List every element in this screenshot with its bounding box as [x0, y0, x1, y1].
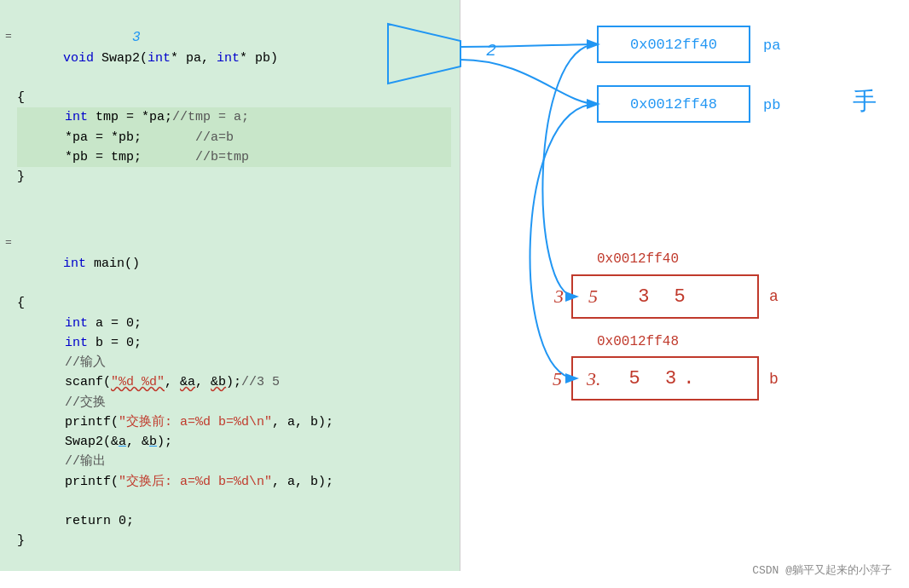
diagram-panel: 0x0012ff40 pa 0x0012ff48 pb 手 0x0012ff40… — [460, 0, 909, 588]
main-open-brace: { — [17, 293, 451, 313]
label-pa: pa — [763, 37, 780, 54]
box-b: 5 3. — [571, 356, 759, 401]
addr-a: 0x0012ff40 — [597, 251, 679, 267]
code-block: = void Swap2(int* pa, int* pb) { int tmp… — [17, 9, 451, 551]
main-line1: int a = 0; — [17, 314, 451, 333]
swap-signature: = void Swap2(int* pa, int* pb) — [17, 9, 451, 88]
main-printf1: printf("交换前: a=%d b=%d\n", a, b); — [17, 412, 451, 432]
swap-line3: *pb = tmp; //b=tmp — [17, 147, 451, 167]
swap-open-brace: { — [17, 88, 451, 107]
addr-b: 0x0012ff48 — [597, 334, 679, 349]
main-signature: = int main() — [17, 214, 451, 293]
main-comment3: //输出 — [17, 452, 451, 471]
label-b: b — [769, 371, 779, 388]
label-a: a — [769, 288, 779, 305]
code-panel: = void Swap2(int* pa, int* pb) { int tmp… — [0, 0, 460, 571]
main-close-brace: } — [17, 531, 451, 551]
watermark: CSDN @躺平又起来的小萍子 — [752, 562, 892, 578]
main-swap2-call: Swap2(&a, &b); — [17, 432, 451, 452]
main-comment2: //交换 — [17, 393, 451, 412]
swap-line2: *pa = *pb; //a=b — [17, 128, 451, 147]
main-comment1: //输入 — [17, 353, 451, 372]
main-scanf: scanf("%d %d", &a, &b);//3 5 — [17, 372, 451, 392]
box-pa: 0x0012ff40 — [597, 26, 750, 63]
box-pb: 0x0012ff48 — [597, 85, 750, 123]
main-printf2: printf("交换后: a=%d b=%d\n", a, b); — [17, 472, 451, 492]
section-divider — [17, 193, 451, 207]
main-line2: int b = 0; — [17, 333, 451, 353]
hand-icon: 手 — [853, 85, 877, 118]
main-blank — [17, 492, 451, 511]
main-return: return 0; — [17, 511, 451, 531]
swap-line1: int tmp = *pa;//tmp = a; — [17, 107, 451, 127]
swap-close-brace: } — [17, 167, 451, 187]
box-a: 3 5 — [571, 274, 759, 319]
label-pb: pb — [763, 97, 780, 113]
